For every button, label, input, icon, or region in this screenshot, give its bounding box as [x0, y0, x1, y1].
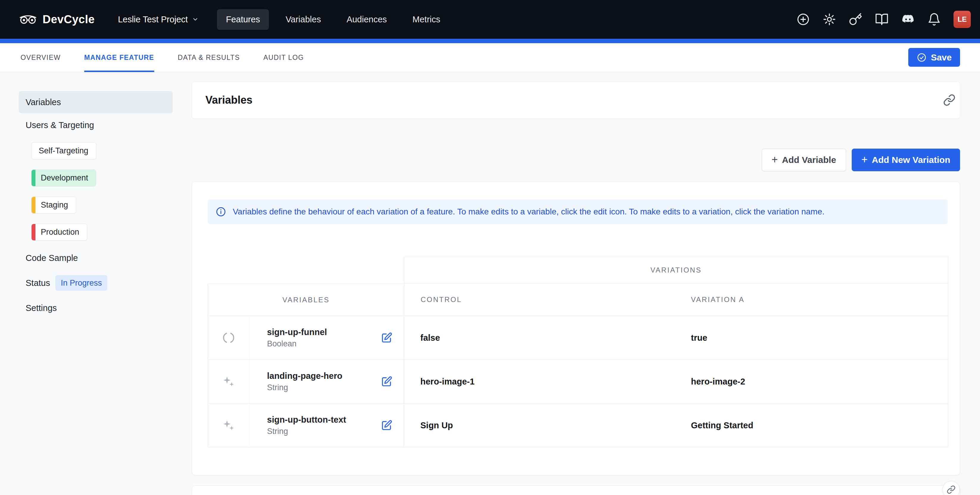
variable-type-cell [208, 404, 250, 447]
page-title: Variables [205, 94, 943, 106]
discord-icon [901, 13, 915, 26]
sidebar-item-users-targeting[interactable]: Users & Targeting [19, 118, 185, 132]
env-chip-label: Self-Targeting [39, 146, 88, 156]
project-selector[interactable]: Leslie Test Project [116, 14, 200, 25]
status-label: Status [25, 278, 50, 288]
sidebar-item-settings[interactable]: Settings [19, 301, 185, 315]
edit-variable-button[interactable] [381, 332, 392, 344]
add-variable-label: Add Variable [782, 155, 836, 165]
feature-tabbar: OVERVIEW MANAGE FEATURE DATA & RESULTS A… [0, 43, 980, 72]
variable-name: sign-up-button-text [267, 415, 346, 425]
string-type-icon [222, 375, 235, 388]
env-chip-development[interactable]: Development [31, 169, 96, 186]
variables-card: Variables define the behaviour of each v… [192, 181, 960, 475]
variable-type: String [267, 383, 342, 392]
column-header-control: CONTROL [404, 283, 675, 316]
edit-pencil-icon [381, 420, 392, 431]
sidebar-item-code-sample[interactable]: Code Sample [19, 251, 185, 265]
table-spacer [208, 257, 404, 283]
plus-icon: + [862, 154, 868, 165]
add-circle-button[interactable] [796, 13, 810, 26]
sidebar-item-variables[interactable]: Variables [19, 91, 173, 113]
table-actions: + Add Variable + Add New Variation [192, 149, 960, 171]
tab-data-results[interactable]: DATA & RESULTS [178, 43, 240, 72]
env-chip-label: Staging [41, 201, 68, 210]
next-section-card [192, 485, 960, 495]
env-chip-self-targeting[interactable]: Self-Targeting [31, 142, 97, 159]
edit-pencil-icon [381, 376, 392, 387]
tab-overview[interactable]: OVERVIEW [21, 43, 61, 72]
devcycle-logo[interactable]: DevCycle [19, 13, 95, 26]
variable-name: landing-page-hero [267, 371, 342, 381]
save-button-label: Save [931, 53, 952, 62]
gear-icon [822, 13, 836, 26]
api-keys-button[interactable] [849, 13, 862, 26]
primary-nav: Features Variables Audiences Metrics [217, 9, 449, 30]
save-button[interactable]: Save [908, 48, 960, 67]
notifications-button[interactable] [927, 13, 941, 26]
boolean-type-icon [222, 331, 235, 344]
sidebar-item-variables-label: Variables [25, 97, 61, 107]
section-link-button[interactable] [943, 94, 956, 106]
tabs: OVERVIEW MANAGE FEATURE DATA & RESULTS A… [21, 43, 304, 72]
env-color-bar [32, 170, 35, 186]
project-selector-label: Leslie Test Project [118, 14, 188, 24]
link-icon [943, 94, 956, 106]
control-value[interactable]: Sign Up [404, 404, 675, 447]
info-banner-text: Variables define the behaviour of each v… [233, 207, 825, 216]
control-value[interactable]: hero-image-1 [404, 360, 675, 404]
info-banner: Variables define the behaviour of each v… [208, 199, 948, 224]
env-chip-staging[interactable]: Staging [31, 197, 76, 213]
string-type-icon [222, 419, 235, 432]
add-new-variation-label: Add New Variation [872, 155, 950, 165]
add-variable-button[interactable]: + Add Variable [762, 149, 846, 171]
table-row-variable: sign-up-button-text String [250, 404, 404, 447]
env-color-bar [32, 224, 35, 240]
sidebar-item-status[interactable]: Status In Progress [19, 275, 185, 291]
discord-button[interactable] [901, 13, 915, 26]
variables-table: VARIATIONS VARIABLES CONTROL VARIATION A… [208, 257, 948, 447]
column-header-variables: VARIABLES [208, 283, 404, 316]
variable-type-cell [208, 316, 250, 360]
env-color-bar [32, 197, 35, 213]
nav-item-features[interactable]: Features [217, 9, 269, 30]
sidebar-item-users-targeting-label: Users & Targeting [25, 120, 94, 130]
column-header-variation-a: VARIATION A [675, 283, 948, 316]
add-circle-icon [796, 13, 810, 26]
table-row-variable: sign-up-funnel Boolean [250, 316, 404, 360]
main-panel: Variables + Add Variable + Add New Varia… [185, 72, 980, 495]
brand-name: DevCycle [43, 13, 95, 26]
variable-type: Boolean [267, 339, 327, 349]
nav-item-variables[interactable]: Variables [277, 9, 330, 30]
top-navbar: DevCycle Leslie Test Project Features Va… [0, 0, 980, 39]
key-icon [849, 13, 862, 26]
settings-button[interactable] [822, 13, 836, 26]
section-link-button[interactable] [942, 481, 960, 495]
env-chip-production[interactable]: Production [31, 224, 87, 240]
bell-icon [927, 13, 941, 26]
tab-manage-feature[interactable]: MANAGE FEATURE [84, 43, 154, 72]
variation-a-value[interactable]: Getting Started [675, 404, 948, 447]
edit-pencil-icon [381, 332, 392, 344]
nav-item-metrics[interactable]: Metrics [404, 9, 449, 30]
sidebar-item-code-sample-label: Code Sample [25, 253, 78, 263]
nav-item-audiences[interactable]: Audiences [337, 9, 396, 30]
docs-button[interactable] [875, 13, 889, 26]
edit-variable-button[interactable] [381, 420, 392, 431]
variation-a-value[interactable]: true [675, 316, 948, 360]
user-avatar[interactable]: LE [953, 11, 971, 28]
chevron-down-icon [192, 16, 199, 22]
control-value[interactable]: false [404, 316, 675, 360]
variations-group-header: VARIATIONS [404, 257, 948, 283]
variable-type: String [267, 427, 346, 436]
feature-sidebar: Variables Users & Targeting Self-Targeti… [0, 72, 185, 495]
variation-a-value[interactable]: hero-image-2 [675, 360, 948, 404]
env-chip-label: Development [41, 173, 88, 183]
link-icon [947, 485, 956, 494]
accent-bar [0, 39, 980, 43]
edit-variable-button[interactable] [381, 376, 392, 387]
tab-audit-log[interactable]: AUDIT LOG [264, 43, 304, 72]
add-new-variation-button[interactable]: + Add New Variation [852, 149, 960, 171]
variable-name: sign-up-funnel [267, 327, 327, 337]
book-icon [875, 13, 889, 26]
